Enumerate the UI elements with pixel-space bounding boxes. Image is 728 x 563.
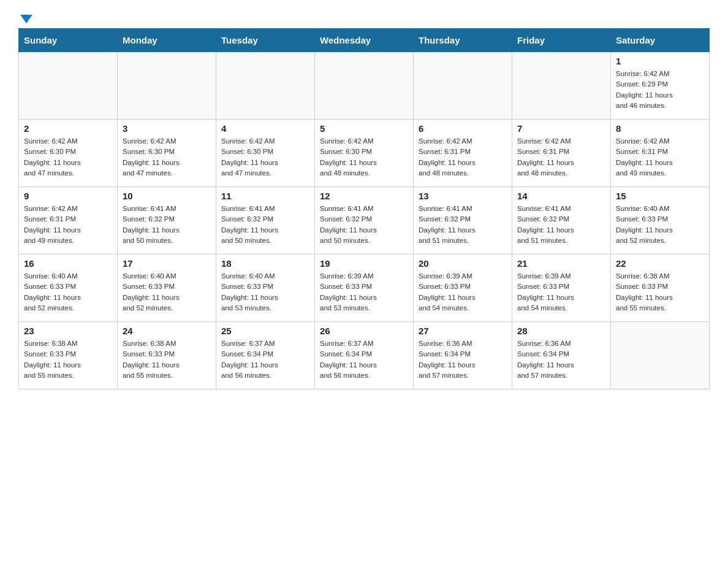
day-number: 15 xyxy=(616,191,704,201)
day-number: 7 xyxy=(517,123,605,134)
day-info: Sunrise: 6:39 AM Sunset: 6:33 PM Dayligh… xyxy=(320,271,408,313)
day-info: Sunrise: 6:41 AM Sunset: 6:32 PM Dayligh… xyxy=(123,204,211,246)
day-info: Sunrise: 6:42 AM Sunset: 6:31 PM Dayligh… xyxy=(24,204,112,246)
page-header xyxy=(18,12,710,22)
day-info: Sunrise: 6:39 AM Sunset: 6:33 PM Dayligh… xyxy=(517,271,605,313)
day-number: 26 xyxy=(320,326,408,336)
calendar-week-row: 2Sunrise: 6:42 AM Sunset: 6:30 PM Daylig… xyxy=(19,120,710,187)
weekday-header-monday: Monday xyxy=(118,29,216,52)
day-number: 24 xyxy=(123,326,211,336)
calendar-cell: 6Sunrise: 6:42 AM Sunset: 6:31 PM Daylig… xyxy=(414,120,512,187)
day-info: Sunrise: 6:38 AM Sunset: 6:33 PM Dayligh… xyxy=(123,339,211,381)
calendar-cell: 25Sunrise: 6:37 AM Sunset: 6:34 PM Dayli… xyxy=(216,322,315,389)
day-info: Sunrise: 6:37 AM Sunset: 6:34 PM Dayligh… xyxy=(320,339,408,381)
calendar-cell: 28Sunrise: 6:36 AM Sunset: 6:34 PM Dayli… xyxy=(512,322,611,389)
weekday-header-thursday: Thursday xyxy=(414,29,512,52)
calendar-cell: 17Sunrise: 6:40 AM Sunset: 6:33 PM Dayli… xyxy=(118,255,216,322)
calendar-cell: 8Sunrise: 6:42 AM Sunset: 6:31 PM Daylig… xyxy=(611,120,710,187)
calendar-cell: 20Sunrise: 6:39 AM Sunset: 6:33 PM Dayli… xyxy=(414,255,512,322)
weekday-header-tuesday: Tuesday xyxy=(216,29,315,52)
calendar-week-row: 9Sunrise: 6:42 AM Sunset: 6:31 PM Daylig… xyxy=(19,187,710,255)
calendar-cell: 7Sunrise: 6:42 AM Sunset: 6:31 PM Daylig… xyxy=(512,120,611,187)
calendar-cell: 13Sunrise: 6:41 AM Sunset: 6:32 PM Dayli… xyxy=(414,187,512,255)
calendar-cell: 3Sunrise: 6:42 AM Sunset: 6:30 PM Daylig… xyxy=(118,120,216,187)
day-number: 20 xyxy=(419,258,507,269)
calendar-cell: 21Sunrise: 6:39 AM Sunset: 6:33 PM Dayli… xyxy=(512,255,611,322)
day-info: Sunrise: 6:38 AM Sunset: 6:33 PM Dayligh… xyxy=(24,339,112,381)
calendar-cell: 14Sunrise: 6:41 AM Sunset: 6:32 PM Dayli… xyxy=(512,187,611,255)
day-info: Sunrise: 6:40 AM Sunset: 6:33 PM Dayligh… xyxy=(221,271,309,313)
calendar-table: SundayMondayTuesdayWednesdayThursdayFrid… xyxy=(18,28,710,389)
calendar-cell xyxy=(315,52,414,120)
calendar-cell: 5Sunrise: 6:42 AM Sunset: 6:30 PM Daylig… xyxy=(315,120,414,187)
weekday-header-sunday: Sunday xyxy=(19,29,118,52)
calendar-cell: 22Sunrise: 6:38 AM Sunset: 6:33 PM Dayli… xyxy=(611,255,710,322)
weekday-header-friday: Friday xyxy=(512,29,611,52)
day-number: 19 xyxy=(320,258,408,269)
day-info: Sunrise: 6:37 AM Sunset: 6:34 PM Dayligh… xyxy=(221,339,309,381)
day-number: 2 xyxy=(24,123,112,134)
day-number: 25 xyxy=(221,326,309,336)
day-number: 5 xyxy=(320,123,408,134)
day-number: 6 xyxy=(419,123,507,134)
day-info: Sunrise: 6:40 AM Sunset: 6:33 PM Dayligh… xyxy=(123,271,211,313)
day-info: Sunrise: 6:42 AM Sunset: 6:31 PM Dayligh… xyxy=(616,136,704,178)
day-info: Sunrise: 6:42 AM Sunset: 6:30 PM Dayligh… xyxy=(24,136,112,178)
day-info: Sunrise: 6:38 AM Sunset: 6:33 PM Dayligh… xyxy=(616,271,704,313)
day-number: 22 xyxy=(616,258,704,269)
day-info: Sunrise: 6:42 AM Sunset: 6:30 PM Dayligh… xyxy=(123,136,211,178)
day-number: 9 xyxy=(24,191,112,201)
logo xyxy=(18,12,32,22)
calendar-cell: 23Sunrise: 6:38 AM Sunset: 6:33 PM Dayli… xyxy=(19,322,118,389)
day-number: 8 xyxy=(616,123,704,134)
calendar-cell: 27Sunrise: 6:36 AM Sunset: 6:34 PM Dayli… xyxy=(414,322,512,389)
day-number: 27 xyxy=(419,326,507,336)
day-number: 10 xyxy=(123,191,211,201)
calendar-cell: 9Sunrise: 6:42 AM Sunset: 6:31 PM Daylig… xyxy=(19,187,118,255)
calendar-week-row: 1Sunrise: 6:42 AM Sunset: 6:29 PM Daylig… xyxy=(19,52,710,120)
calendar-week-row: 16Sunrise: 6:40 AM Sunset: 6:33 PM Dayli… xyxy=(19,255,710,322)
day-number: 28 xyxy=(517,326,605,336)
calendar-cell: 15Sunrise: 6:40 AM Sunset: 6:33 PM Dayli… xyxy=(611,187,710,255)
calendar-cell: 10Sunrise: 6:41 AM Sunset: 6:32 PM Dayli… xyxy=(118,187,216,255)
calendar-cell xyxy=(414,52,512,120)
calendar-cell: 18Sunrise: 6:40 AM Sunset: 6:33 PM Dayli… xyxy=(216,255,315,322)
calendar-cell: 24Sunrise: 6:38 AM Sunset: 6:33 PM Dayli… xyxy=(118,322,216,389)
logo-general-text xyxy=(18,12,32,23)
day-info: Sunrise: 6:41 AM Sunset: 6:32 PM Dayligh… xyxy=(419,204,507,246)
day-info: Sunrise: 6:36 AM Sunset: 6:34 PM Dayligh… xyxy=(517,339,605,381)
day-info: Sunrise: 6:42 AM Sunset: 6:31 PM Dayligh… xyxy=(419,136,507,178)
day-number: 21 xyxy=(517,258,605,269)
day-info: Sunrise: 6:41 AM Sunset: 6:32 PM Dayligh… xyxy=(320,204,408,246)
calendar-cell: 12Sunrise: 6:41 AM Sunset: 6:32 PM Dayli… xyxy=(315,187,414,255)
day-info: Sunrise: 6:42 AM Sunset: 6:30 PM Dayligh… xyxy=(320,136,408,178)
day-info: Sunrise: 6:42 AM Sunset: 6:29 PM Dayligh… xyxy=(616,69,704,111)
day-number: 12 xyxy=(320,191,408,201)
day-number: 16 xyxy=(24,258,112,269)
logo-triangle-icon xyxy=(20,15,32,23)
day-number: 4 xyxy=(221,123,309,134)
day-info: Sunrise: 6:40 AM Sunset: 6:33 PM Dayligh… xyxy=(616,204,704,246)
day-info: Sunrise: 6:39 AM Sunset: 6:33 PM Dayligh… xyxy=(419,271,507,313)
day-number: 23 xyxy=(24,326,112,336)
day-number: 17 xyxy=(123,258,211,269)
day-info: Sunrise: 6:42 AM Sunset: 6:31 PM Dayligh… xyxy=(517,136,605,178)
day-info: Sunrise: 6:42 AM Sunset: 6:30 PM Dayligh… xyxy=(221,136,309,178)
day-info: Sunrise: 6:41 AM Sunset: 6:32 PM Dayligh… xyxy=(221,204,309,246)
weekday-header-saturday: Saturday xyxy=(611,29,710,52)
calendar-cell xyxy=(118,52,216,120)
calendar-cell: 2Sunrise: 6:42 AM Sunset: 6:30 PM Daylig… xyxy=(19,120,118,187)
day-number: 3 xyxy=(123,123,211,134)
calendar-cell xyxy=(19,52,118,120)
calendar-cell xyxy=(216,52,315,120)
calendar-cell xyxy=(611,322,710,389)
day-number: 18 xyxy=(221,258,309,269)
calendar-cell xyxy=(512,52,611,120)
day-number: 13 xyxy=(419,191,507,201)
day-number: 11 xyxy=(221,191,309,201)
day-info: Sunrise: 6:36 AM Sunset: 6:34 PM Dayligh… xyxy=(419,339,507,381)
calendar-cell: 16Sunrise: 6:40 AM Sunset: 6:33 PM Dayli… xyxy=(19,255,118,322)
day-number: 1 xyxy=(616,56,704,66)
calendar-cell: 1Sunrise: 6:42 AM Sunset: 6:29 PM Daylig… xyxy=(611,52,710,120)
calendar-cell: 26Sunrise: 6:37 AM Sunset: 6:34 PM Dayli… xyxy=(315,322,414,389)
